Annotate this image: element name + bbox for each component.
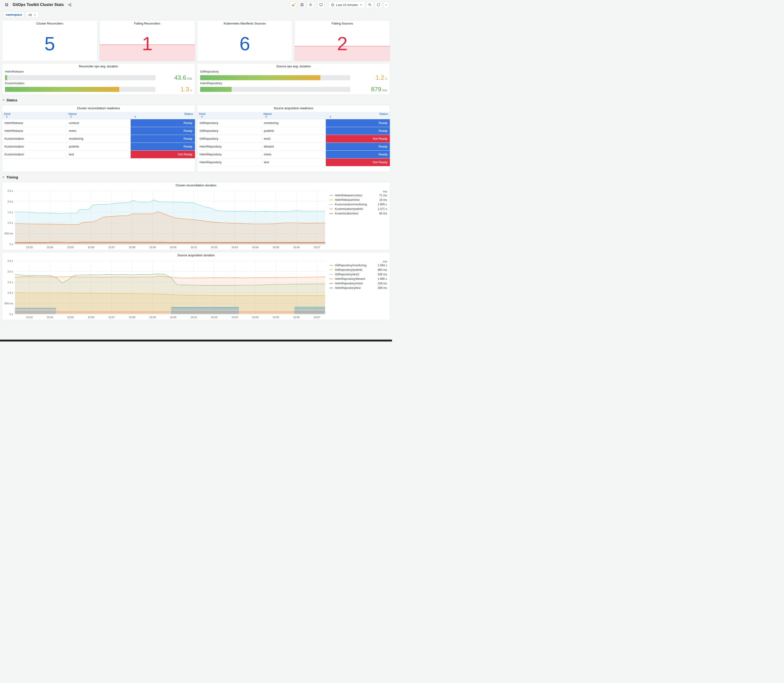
legend-item[interactable]: GitRepository/podinfo980 ms [329,268,387,272]
cell-name: minio [66,127,131,135]
series-color-swatch [329,213,333,214]
svg-text:16:02: 16:02 [211,246,218,249]
panel-title[interactable]: Failing Reconcilers [100,21,195,27]
svg-text:16:06: 16:06 [293,246,300,249]
legend: avgGitRepository/monitoring1.594 sGitRep… [329,258,390,320]
gauge-fill [5,87,119,92]
svg-text:16:01: 16:01 [191,246,197,249]
legend-item[interactable]: GitRepository/test2338 ms [329,272,387,277]
legend-item[interactable]: GitRepository/monitoring1.594 s [329,263,387,268]
series-avg-value: 980 ms [375,268,387,271]
panel-title[interactable]: Failing Sources [295,21,390,27]
section-label: Timing [6,175,18,179]
cell-kind: Kustomization [2,151,66,158]
stat-value: 2 [337,35,348,52]
legend-item[interactable]: Kustomization/test84 ms [329,211,387,216]
legend-item[interactable]: HelmRelease/minio16 ms [329,197,387,202]
svg-text:1.5 s: 1.5 s [7,281,13,284]
section-timing[interactable]: Timing [2,174,390,180]
series-name: GitRepository/test2 [335,273,359,276]
svg-text:1.0 s: 1.0 s [7,221,13,224]
panel-title[interactable]: Cluster reconciliation readiness [2,105,195,111]
panel-title[interactable]: Reconciler ops avg. duration [2,63,195,69]
share-icon[interactable] [66,2,73,8]
legend-item[interactable]: HelmRepository/bitnami1.695 s [329,277,387,281]
series-color-swatch [329,288,333,288]
chevron-down-icon [34,14,36,16]
chevron-down-icon [2,98,5,101]
refresh-button[interactable] [375,2,382,8]
filter-icon[interactable] [265,115,268,119]
legend-item[interactable]: Kustomization/podinfo1.071 s [329,207,387,211]
svg-text:16:07: 16:07 [314,246,321,249]
status-cell: Ready [325,119,390,127]
filter-icon[interactable] [329,115,332,119]
variables-row: namespace All [0,10,392,20]
svg-text:15:59: 15:59 [149,316,156,319]
legend-item[interactable]: Kustomization/monitoring1.605 s [329,202,387,207]
section-status[interactable]: Status [2,97,390,103]
cell-name: test [261,158,325,166]
stat-panel-failing-reconcilers: Failing Reconcilers 1 [99,20,195,61]
series-name: GitRepository/podinfo [335,268,362,271]
filter-icon[interactable] [134,115,136,119]
panel-title[interactable]: Source acquisition readiness [197,105,390,111]
legend-item[interactable]: HelmRepository/minio108 ms [329,281,387,285]
svg-text:16:06: 16:06 [293,316,300,319]
stat-panel-kubernetes-manifests-sources: Kubernetes Manifests Sources 6 [197,20,293,61]
panel-title[interactable]: Source acquisition duration [2,252,390,258]
gauge-label: HelmRepository [200,82,387,85]
panel-title[interactable]: Cluster Reconcilers [2,21,97,27]
save-dashboard-button[interactable] [298,2,306,8]
stat-value: 1 [142,35,152,52]
column-header-kind[interactable]: Kind [197,112,261,119]
gauge-track [200,75,351,80]
variable-namespace-picker[interactable]: All [26,12,38,18]
panel-title[interactable]: Source ops avg. duration [197,63,390,69]
filter-icon[interactable] [200,115,203,119]
svg-text:15:55: 15:55 [67,246,74,249]
series-color-swatch [329,283,333,284]
filter-icon[interactable] [70,115,72,119]
series-avg-value: 1.695 s [375,277,387,281]
column-header-name[interactable]: Name [261,112,325,119]
svg-text:16:03: 16:03 [232,316,238,319]
add-panel-button[interactable] [290,2,297,8]
legend-item[interactable]: HelmRelease/contour71 ms [329,193,387,197]
series-name: GitRepository/monitoring [335,264,366,267]
refresh-interval-dropdown[interactable] [383,2,389,8]
status-cell: Not Ready [325,158,390,166]
column-header-kind[interactable]: Kind [2,112,66,119]
series-color-swatch [329,269,333,270]
svg-text:16:02: 16:02 [211,316,218,319]
cell-kind: HelmRelease [2,119,66,127]
table-row: HelmRepositorybitnamiReady [197,143,390,151]
status-cell: Ready [131,119,195,127]
svg-text:15:56: 15:56 [88,316,95,319]
stat-panel-failing-sources: Failing Sources 2 [294,20,390,61]
filter-icon[interactable] [5,115,8,119]
time-range-picker[interactable]: Last 15 minutes [329,2,365,8]
column-header-status[interactable]: Status [325,112,390,119]
status-cell: Ready [131,135,195,143]
column-header-status[interactable]: Status [131,112,195,119]
plot-area[interactable]: 15:5315:5415:5515:5615:5715:5815:5916:00… [2,258,329,320]
table-row: HelmReleasecontourReady [2,119,195,127]
legend-item[interactable]: HelmRepository/test289 ms [329,285,387,290]
dashboard-settings-button[interactable] [307,2,314,8]
panel-title[interactable]: Cluster reconciliation duration [2,182,390,189]
gauge-label: GitRepository [200,70,387,73]
apps-grid-icon[interactable] [3,2,10,8]
column-header-name[interactable]: Name [66,112,131,119]
svg-text:16:05: 16:05 [273,316,279,319]
plot-area[interactable]: 15:5315:5415:5515:5615:5715:5815:5916:00… [2,189,329,250]
svg-text:15:53: 15:53 [26,316,33,319]
viewport-bottom-edge [0,340,392,342]
series-name: HelmRelease/contour [335,194,362,197]
tv-mode-button[interactable] [317,2,325,8]
panel-title[interactable]: Kubernetes Manifests Sources [197,21,292,27]
zoom-out-button[interactable] [366,2,374,8]
series-name: HelmRelease/minio [335,198,360,202]
series-name: HelmRepository/minio [335,282,363,285]
svg-text:15:54: 15:54 [46,316,53,319]
